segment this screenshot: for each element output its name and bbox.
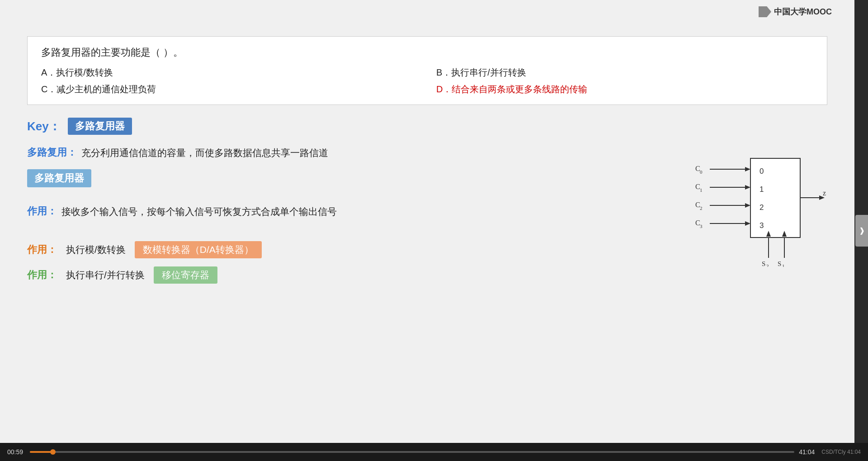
svg-marker-15 [745, 221, 750, 226]
mux-function-desc: 接收多个输入信号，按每个输入信号可恢复方式合成单个输出信号 [61, 204, 337, 219]
question-box: 多路复用器的主要功能是（ ）。 A．执行模/数转换 B．执行串行/并行转换 C．… [27, 36, 827, 105]
svg-text:3: 3 [700, 223, 703, 229]
mux-device-badge: 多路复用器 [27, 169, 91, 187]
svg-marker-3 [745, 167, 750, 171]
key-label: Key： [27, 119, 61, 134]
svg-marker-7 [745, 185, 750, 190]
right-tab[interactable]: ❱ [855, 215, 868, 247]
mux-intro-label: 多路复用： [27, 146, 77, 159]
mooc-logo-text: 中国大学MOOC [774, 6, 832, 17]
svg-text:z: z [823, 189, 826, 197]
svg-text:1: 1 [700, 187, 703, 193]
key-badge: 多路复用器 [68, 118, 132, 135]
svg-text:S: S [762, 260, 765, 267]
da-label: 作用： [27, 243, 57, 257]
option-b: B．执行串行/并行转换 [436, 67, 813, 79]
option-a: A．执行模/数转换 [41, 67, 418, 79]
svg-text:2: 2 [760, 203, 764, 212]
progress-bar[interactable] [30, 451, 794, 453]
svg-text:1: 1 [760, 185, 764, 194]
da-desc: 执行模/数转换 [66, 242, 126, 257]
sr-desc: 执行串行/并行转换 [66, 268, 145, 282]
question-title: 多路复用器的主要功能是（ ）。 [41, 46, 813, 59]
mux-function-label: 作用： [27, 204, 57, 218]
svg-text:1: 1 [782, 263, 785, 267]
svg-rect-16 [750, 158, 800, 238]
sr-badge: 移位寄存器 [154, 266, 217, 284]
svg-text:2: 2 [700, 205, 703, 211]
option-d: D．结合来自两条或更多条线路的传输 [436, 83, 813, 95]
mooc-logo-icon [759, 6, 771, 17]
sr-row: 作用： 执行串行/并行转换 移位寄存器 [27, 266, 827, 284]
right-tab-arrow: ❱ [859, 226, 865, 235]
svg-text:2: 2 [766, 263, 769, 267]
option-c: C．减少主机的通信处理负荷 [41, 83, 418, 95]
current-time: 00:59 [7, 448, 25, 456]
mux-intro-desc: 充分利用通信信道的容量，而使多路数据信息共享一路信道 [81, 146, 328, 160]
mooc-logo: 中国大学MOOC [759, 6, 832, 17]
key-section: Key： 多路复用器 [27, 118, 827, 135]
bottom-right-text: CSD/TCly 41:04 [821, 449, 861, 455]
bottom-bar: 00:59 41:04 CSD/TCly 41:04 [0, 443, 868, 461]
svg-text:S: S [778, 260, 781, 267]
svg-text:0: 0 [700, 169, 703, 175]
svg-text:3: 3 [760, 221, 764, 230]
total-time: 41:04 [799, 448, 817, 456]
mux-diagram: C 0 C 1 C 2 C 3 0 1 2 3 z S 2 S 1 [687, 140, 832, 267]
question-options: A．执行模/数转换 B．执行串行/并行转换 C．减少主机的通信处理负荷 D．结合… [41, 67, 813, 95]
progress-fill [30, 451, 53, 453]
da-badge: 数模转换器（D/A转换器） [135, 241, 262, 258]
svg-text:0: 0 [760, 167, 764, 176]
svg-marker-11 [745, 203, 750, 208]
progress-dot [50, 449, 56, 455]
sr-label: 作用： [27, 268, 57, 282]
